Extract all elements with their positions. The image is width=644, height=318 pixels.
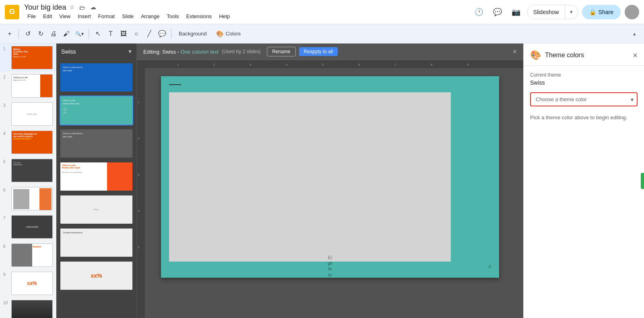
image-button[interactable]: 🖼 — [118, 27, 129, 40]
user-avatar[interactable] — [625, 5, 639, 19]
shape-button[interactable]: ○ — [131, 27, 142, 40]
slide-thumbnail-8[interactable]: 8 Headline — [0, 241, 56, 269]
editor-area: Editing: Swiss - One column text (Used b… — [137, 44, 523, 318]
layout-thumb-3[interactable]: Click to edit themetitle style — [60, 129, 133, 158]
line-button[interactable]: ╱ — [144, 27, 155, 40]
colors-label: Colors — [225, 31, 241, 37]
layout-dropdown-button[interactable]: ▾ — [128, 48, 132, 55]
slide-img-4: How many languages doyou need to know to… — [11, 131, 53, 154]
background-button[interactable]: Background — [175, 27, 211, 40]
main-area: 1 MakingQuestions ThatStickApplying your… — [0, 44, 644, 318]
slide-thumbnail-5[interactable]: 5 Your story.subheading here — [0, 156, 56, 185]
canvas-content-area[interactable] — [169, 92, 451, 262]
menu-help[interactable]: Help — [216, 12, 233, 21]
green-side-tab[interactable] — [641, 173, 644, 189]
top-right-actions: 🕐 💬 📷 Slideshow ▾ 🔒 Share — [472, 5, 639, 19]
slide-thumbnail-4[interactable]: 4 How many languages doyou need to know … — [0, 128, 56, 156]
top-bar: G Your big idea ☆ 🗁 ☁ File Edit View Ins… — [0, 0, 644, 24]
panel-body: Current theme Swiss Choose a theme color… — [524, 66, 644, 318]
palette-icon: 🎨 — [216, 30, 224, 37]
layout-thumbnails: Click to edit themetitle style Click to … — [56, 59, 136, 318]
menu-extensions[interactable]: Extensions — [183, 12, 215, 21]
slide-thumbnail-10[interactable]: 10 A translation barrier — [0, 297, 56, 318]
layout-thumb-6[interactable]: Cereal horticulture — [60, 228, 133, 258]
layout-thumb-2[interactable]: Click to edittheme title style• item• it… — [60, 96, 133, 125]
text-button[interactable]: T — [105, 27, 116, 40]
menu-file[interactable]: File — [24, 12, 39, 21]
theme-color-select[interactable]: Choose a theme color Dark 1 Light 1 Dark… — [530, 92, 638, 106]
editing-used-by: (Used by 2 slides) — [222, 49, 260, 54]
cursor-button[interactable]: ↖ — [92, 27, 103, 40]
reapply-button[interactable]: Reapply to all — [299, 47, 338, 56]
slideshow-dropdown-arrow[interactable]: ▾ — [565, 5, 578, 19]
panel-hint-text: Pick a theme color above to begin editin… — [530, 114, 638, 121]
folder-icon[interactable]: 🗁 — [79, 4, 85, 11]
lock-icon: 🔒 — [589, 9, 596, 15]
panel-title: Theme colors — [545, 52, 633, 59]
slide-img-5: Your story.subheading here — [11, 159, 53, 182]
cloud-icon[interactable]: ☁ — [90, 4, 96, 11]
layout-thumb-5[interactable]: Blank — [60, 195, 133, 224]
close-editing-button[interactable]: × — [512, 48, 517, 56]
rename-button[interactable]: Rename — [267, 47, 295, 56]
canvas-hash-mark: # — [488, 264, 491, 270]
layout-thumb-4[interactable]: Click to edittheme title style Descripti… — [60, 162, 133, 191]
comments-button[interactable]: 💬 — [490, 5, 505, 19]
print-button[interactable]: 🖨 — [48, 27, 59, 40]
menu-view[interactable]: View — [56, 12, 74, 21]
menu-edit[interactable]: Edit — [40, 12, 55, 21]
menu-bar: File Edit View Insert Format Slide Arran… — [24, 12, 233, 21]
app-logo: G — [5, 5, 19, 19]
theme-color-dropdown-wrapper[interactable]: Choose a theme color Dark 1 Light 1 Dark… — [530, 92, 638, 106]
slide-thumbnail-7[interactable]: 7 LANGUAGES — [0, 213, 56, 241]
redo-button[interactable]: ↻ — [35, 27, 46, 40]
star-icon[interactable]: ☆ — [69, 4, 74, 11]
slide-img-2: Adding your titleApplying your title — [11, 74, 53, 98]
background-label: Background — [179, 31, 206, 37]
horizontal-ruler: 1 2 3 4 5 6 7 8 9 — [137, 60, 523, 68]
slide-img-3: White slide — [11, 102, 53, 126]
paint-format-button[interactable]: 🖌 — [61, 27, 72, 40]
slide-thumbnail-9[interactable]: 9 xx% — [0, 269, 56, 297]
toolbar: + ↺ ↻ 🖨 🖌 🔍▾ ↖ T 🖼 ○ ╱ 💬 Background 🎨 Co… — [0, 24, 644, 44]
history-button[interactable]: 🕐 — [472, 5, 486, 19]
slide-thumbnail-1[interactable]: 1 MakingQuestions ThatStickApplying your… — [0, 44, 56, 72]
slide-num-1: 1 — [3, 46, 9, 51]
slideshow-label: Slideshow — [528, 9, 565, 15]
canvas-area: 1 2 3 4 5 # Eighthle — [137, 68, 523, 318]
slide-img-9: xx% — [11, 272, 53, 295]
layout-header: Swiss ▾ — [56, 44, 136, 59]
zoom-button[interactable]: 🔍▾ — [74, 27, 85, 40]
slide-canvas[interactable]: # Eighthle — [161, 76, 499, 278]
vertical-ruler: 1 2 3 4 5 — [137, 68, 145, 318]
menu-insert[interactable]: Insert — [74, 12, 94, 21]
slide-num-5: 5 — [3, 159, 9, 164]
layout-thumb-7[interactable]: xx% — [60, 261, 133, 291]
slide-num-8: 8 — [3, 243, 9, 249]
menu-slide[interactable]: Slide — [119, 12, 137, 21]
share-button[interactable]: 🔒 Share — [582, 5, 621, 19]
menu-tools[interactable]: Tools — [163, 12, 182, 21]
panel-header: 🎨 Theme colors × — [524, 44, 644, 66]
menu-format[interactable]: Format — [95, 12, 118, 21]
comment-button[interactable]: 💬 — [157, 27, 168, 40]
layout-thumb-1[interactable]: Click to edit themetitle style — [60, 62, 133, 92]
separator-1 — [19, 29, 19, 39]
collapse-toolbar-button[interactable]: ▴ — [629, 28, 640, 39]
palette-panel-icon: 🎨 — [530, 50, 541, 60]
slide-thumbnail-3[interactable]: 3 White slide — [0, 100, 56, 128]
add-button[interactable]: + — [4, 27, 15, 40]
slide-thumbnail-6[interactable]: 6 — [0, 185, 56, 213]
meet-button[interactable]: 📷 — [509, 5, 523, 19]
editing-banner: Editing: Swiss - One column text (Used b… — [137, 44, 523, 60]
slide-img-7: LANGUAGES — [11, 215, 53, 239]
undo-button[interactable]: ↺ — [22, 27, 33, 40]
slideshow-button[interactable]: Slideshow ▾ — [527, 5, 578, 19]
slide-thumbnail-2[interactable]: 2 Adding your titleApplying your title — [0, 72, 56, 100]
slide-num-9: 9 — [3, 272, 9, 277]
editing-text: Editing: Swiss - One column text — [143, 49, 219, 55]
colors-button[interactable]: 🎨 Colors — [212, 27, 245, 40]
menu-arrange[interactable]: Arrange — [138, 12, 163, 21]
panel-close-button[interactable]: × — [633, 51, 638, 60]
slide-num-3: 3 — [3, 102, 9, 108]
